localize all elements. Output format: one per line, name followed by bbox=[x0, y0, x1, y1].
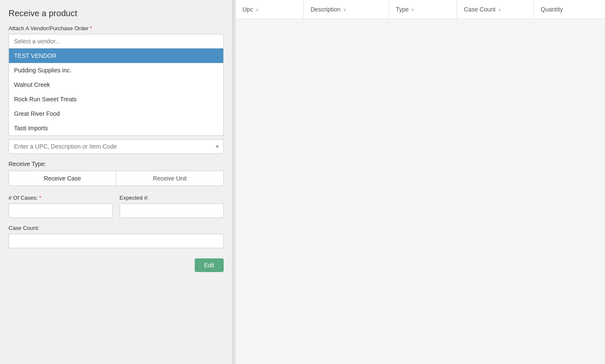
vendor-dropdown-item[interactable]: Pudding Supplies inc. bbox=[9, 63, 223, 77]
receive-type-label: Receive Type: bbox=[9, 161, 224, 167]
vendor-section: Attach A Vendor/Purchase Order* TEST VEN… bbox=[9, 25, 224, 136]
upc-input-wrapper: ▼ bbox=[9, 139, 224, 154]
column-header-type[interactable]: Type ∨ bbox=[389, 0, 457, 19]
vendor-dropdown-item[interactable]: Walnut Creek bbox=[9, 77, 223, 92]
required-indicator: * bbox=[90, 25, 92, 32]
expected-label: Expected #: bbox=[120, 195, 224, 201]
case-count-label: Case Count: bbox=[9, 225, 224, 231]
cases-row: # Of Cases:* Expected #: bbox=[9, 195, 224, 218]
panel-divider bbox=[232, 0, 236, 364]
receive-type-toggle: Receive CaseReceive Unit bbox=[9, 171, 224, 186]
toggle-btn-receive-unit[interactable]: Receive Unit bbox=[116, 171, 223, 186]
vendor-dropdown-list: TEST VENDORPudding Supplies inc.Walnut C… bbox=[9, 49, 224, 136]
column-header-description[interactable]: Description ∨ bbox=[304, 0, 389, 19]
of-cases-input[interactable] bbox=[9, 203, 113, 218]
vendor-dropdown-item[interactable]: Tasti Imports bbox=[9, 121, 223, 135]
vendor-label: Attach A Vendor/Purchase Order* bbox=[9, 25, 224, 32]
toggle-btn-receive-case[interactable]: Receive Case bbox=[9, 171, 116, 186]
table-body bbox=[236, 19, 605, 317]
case-count-input[interactable] bbox=[9, 234, 224, 248]
upc-sort-icon: ∨ bbox=[256, 7, 259, 12]
vendor-dropdown-item[interactable]: Great River Food bbox=[9, 106, 223, 121]
vendor-dropdown-item[interactable]: TEST VENDOR bbox=[9, 49, 223, 63]
column-header-quantity[interactable]: Quantity bbox=[534, 0, 605, 19]
vendor-input[interactable] bbox=[9, 34, 224, 49]
of-cases-label: # Of Cases:* bbox=[9, 195, 113, 201]
table-header: Upc ∨ Description ∨ Type ∨ Case Count ∨ … bbox=[236, 0, 605, 19]
right-panel: Upc ∨ Description ∨ Type ∨ Case Count ∨ … bbox=[236, 0, 605, 364]
vendor-input-wrapper bbox=[9, 34, 224, 49]
edit-button[interactable]: Edit bbox=[195, 258, 224, 272]
upc-input[interactable] bbox=[9, 139, 224, 154]
description-sort-icon: ∨ bbox=[343, 7, 346, 12]
vendor-dropdown-item[interactable]: Rock Run Sweet Treats bbox=[9, 92, 223, 106]
case-count-group: Case Count: bbox=[9, 225, 224, 248]
casecount-sort-icon: ∨ bbox=[498, 7, 501, 12]
column-header-upc[interactable]: Upc ∨ bbox=[236, 0, 304, 19]
of-cases-group: # Of Cases:* bbox=[9, 195, 113, 218]
page-title: Receive a product bbox=[9, 9, 224, 18]
expected-input[interactable] bbox=[120, 203, 224, 218]
type-sort-icon: ∨ bbox=[411, 7, 414, 12]
left-panel: Receive a product Attach A Vendor/Purcha… bbox=[0, 0, 232, 364]
expected-group: Expected #: bbox=[120, 195, 224, 218]
column-header-casecount[interactable]: Case Count ∨ bbox=[457, 0, 534, 19]
of-cases-required: * bbox=[39, 195, 41, 201]
